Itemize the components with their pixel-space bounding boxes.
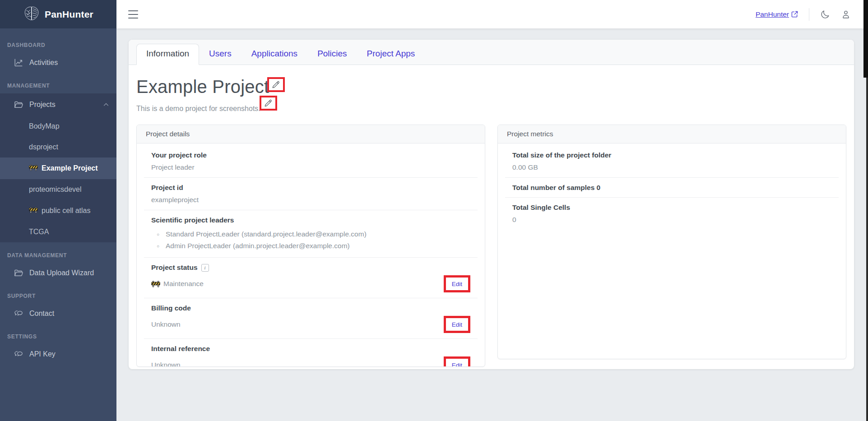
information-tab-content: Example Project This is a demo project f… xyxy=(129,65,854,369)
tab-policies[interactable]: Policies xyxy=(307,44,357,65)
external-link-icon xyxy=(791,11,798,18)
page-title: Example Project xyxy=(136,77,269,97)
row-value: Unknown xyxy=(151,320,181,328)
browser-scrollbar-thumb[interactable] xyxy=(863,0,868,78)
row-label: Total Single Cells xyxy=(512,204,831,212)
hamburger-icon[interactable] xyxy=(128,10,138,19)
app-logo-label: PanHunter xyxy=(45,9,93,20)
sidebar-item-public-cell-atlas[interactable]: public cell atlas xyxy=(0,200,116,222)
row-project-status: Project status i Maintenance Edit xyxy=(144,257,478,298)
info-icon[interactable]: i xyxy=(201,264,209,272)
sidebar-item-label: Projects xyxy=(29,101,56,109)
nav-section-management: MANAGEMENT xyxy=(0,73,116,93)
project-label: dsproject xyxy=(29,143,58,151)
title-row: Example Project xyxy=(136,77,846,97)
row-project-id: Project id exampleproject xyxy=(144,177,478,210)
nav-section-dashboard: DASHBOARD xyxy=(0,32,116,53)
topbar-divider xyxy=(809,8,809,21)
topbar: PanHunter xyxy=(116,0,868,28)
main-column: PanHunter Information Users xyxy=(116,0,868,421)
edit-link: Edit xyxy=(452,281,462,287)
project-panel: Information Users Applications Policies … xyxy=(129,40,854,369)
row-total-samples: Total number of samples 0 xyxy=(505,177,839,197)
sidebar-item-contact[interactable]: Contact xyxy=(0,304,116,324)
line-chart-icon xyxy=(14,58,23,68)
row-value: Project leader xyxy=(151,163,195,171)
sidebar-nav: DASHBOARD Activities MANAGEMENT Projects xyxy=(0,28,116,364)
panhunter-external-link[interactable]: PanHunter xyxy=(756,10,798,19)
sidebar-item-proteomicsdevel[interactable]: proteomicsdevel xyxy=(0,179,116,200)
tab-users[interactable]: Users xyxy=(199,44,241,65)
project-label: TCGA xyxy=(29,228,49,236)
leader-list-item: Admin ProjectLeader (admin.project.leade… xyxy=(166,240,470,252)
app-root: PanHunter DASHBOARD Activities MANAGEMEN… xyxy=(0,0,868,421)
sidebar-item-label: Activities xyxy=(29,59,58,67)
chevron-up-icon xyxy=(103,102,109,108)
sidebar-item-tcga[interactable]: TCGA xyxy=(0,222,116,242)
metrics-list: Total size of the project folder 0.00 GB… xyxy=(498,143,846,234)
sidebar-item-data-upload-wizard[interactable]: Data Upload Wizard xyxy=(0,263,116,283)
edit-link: Edit xyxy=(452,362,462,367)
row-your-project-role: Your project role Project leader xyxy=(144,145,478,177)
row-value: Unknown xyxy=(151,361,181,367)
project-label: BodyMap xyxy=(29,122,60,130)
sidebar-logo[interactable]: PanHunter xyxy=(0,0,116,28)
project-details-card: Project details Your project role Projec… xyxy=(136,125,485,367)
sidebar: PanHunter DASHBOARD Activities MANAGEMEN… xyxy=(0,0,116,421)
sidebar-item-bodymap[interactable]: BodyMap xyxy=(0,116,116,137)
projects-group: Projects BodyMap dsproject Example Proje… xyxy=(0,93,116,242)
moon-icon[interactable] xyxy=(820,9,830,19)
card-title: Project details xyxy=(137,125,485,143)
project-label: public cell atlas xyxy=(42,207,91,215)
row-label: Billing code xyxy=(151,304,470,312)
construction-barrier-icon xyxy=(29,164,38,173)
row-total-size: Total size of the project folder 0.00 GB xyxy=(505,145,839,177)
project-status-edit-button[interactable]: Edit xyxy=(444,275,470,292)
internal-reference-edit-button[interactable]: Edit xyxy=(444,356,470,367)
person-icon[interactable] xyxy=(841,9,851,19)
sidebar-item-activities[interactable]: Activities xyxy=(0,53,116,73)
leader-list-item: Standard ProjectLeader (standard.project… xyxy=(166,228,470,240)
construction-barrier-icon xyxy=(29,206,38,215)
row-label: Project id xyxy=(151,184,470,192)
chat-icon xyxy=(14,309,23,319)
row-total-single-cells: Total Single Cells 0 xyxy=(505,197,839,230)
brain-icon xyxy=(23,5,40,23)
tab-applications[interactable]: Applications xyxy=(241,44,307,65)
edit-link: Edit xyxy=(452,321,462,328)
cards-row: Project details Your project role Projec… xyxy=(136,125,846,367)
row-value: 0.00 GB xyxy=(512,163,538,171)
sidebar-item-example-project[interactable]: Example Project xyxy=(0,157,116,179)
row-label: Scientific project leaders xyxy=(151,216,470,224)
nav-section-support: SUPPORT xyxy=(0,283,116,304)
project-metrics-card: Project metrics Total size of the projec… xyxy=(497,125,846,359)
chat-icon xyxy=(14,349,23,359)
project-label: Example Project xyxy=(42,164,98,172)
sidebar-item-api-key[interactable]: API Key xyxy=(0,344,116,364)
row-label: Total number of samples 0 xyxy=(512,184,831,192)
title-edit-button[interactable] xyxy=(267,77,285,92)
row-internal-reference: Internal reference Unknown Edit xyxy=(144,338,478,367)
nav-section-data-management: DATA MANAGEMENT xyxy=(0,242,116,263)
row-scientific-project-leaders: Scientific project leaders Standard Proj… xyxy=(144,210,478,257)
billing-code-edit-button[interactable]: Edit xyxy=(444,316,470,333)
sidebar-item-projects[interactable]: Projects xyxy=(0,93,116,116)
card-title: Project metrics xyxy=(498,125,846,143)
nav-section-settings: SETTINGS xyxy=(0,324,116,344)
description-edit-button[interactable] xyxy=(260,96,277,111)
details-list: Your project role Project leader Project… xyxy=(137,143,485,367)
row-label: Project status xyxy=(151,264,198,272)
tab-project-apps[interactable]: Project Apps xyxy=(357,44,425,65)
row-label: Your project role xyxy=(151,151,470,159)
project-description: This is a demo project for screenshots. xyxy=(136,105,260,112)
tab-bar: Information Users Applications Policies … xyxy=(129,40,854,65)
row-label: Total size of the project folder xyxy=(512,151,831,159)
leader-list: Standard ProjectLeader (standard.project… xyxy=(151,228,470,252)
tab-information[interactable]: Information xyxy=(136,44,199,65)
sidebar-item-label: Data Upload Wizard xyxy=(29,269,94,277)
row-value: exampleproject xyxy=(151,196,199,204)
project-status-value: Maintenance xyxy=(151,280,204,288)
row-value: 0 xyxy=(512,216,516,224)
sidebar-item-dsproject[interactable]: dsproject xyxy=(0,137,116,157)
construction-barrier-icon xyxy=(151,280,160,287)
